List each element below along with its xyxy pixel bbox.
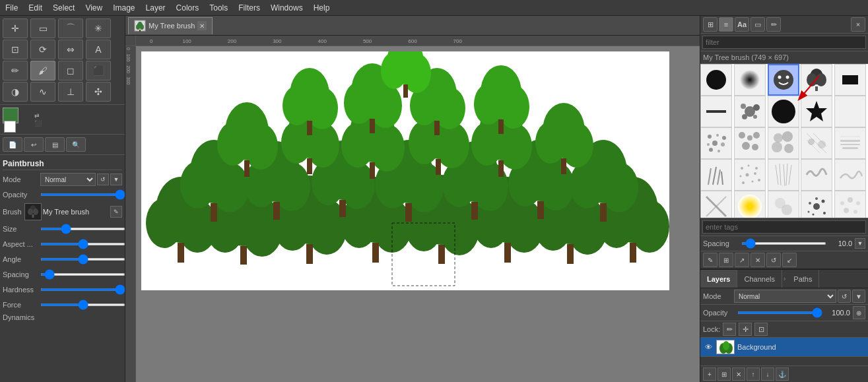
brush-cell-texture1[interactable]: [700, 127, 732, 159]
layers-lock-alpha-btn[interactable]: ⊡: [754, 323, 768, 336]
tool-move[interactable]: ✛: [3, 18, 28, 38]
menu-view[interactable]: View: [80, 2, 108, 14]
menu-help[interactable]: Help: [308, 2, 335, 14]
tool-measure[interactable]: ⊥: [58, 82, 83, 102]
brush-cell-circle-hard[interactable]: [700, 64, 732, 96]
undo-icon[interactable]: ↩: [24, 137, 44, 152]
brush-cell-texture7[interactable]: [834, 191, 866, 218]
layers-mode-reset-btn[interactable]: ↺: [838, 290, 851, 303]
tool-pencil[interactable]: ✏: [3, 61, 28, 80]
tool-text[interactable]: A: [86, 40, 111, 59]
mode-select[interactable]: Normal Multiply Screen: [40, 173, 96, 186]
tab-paths[interactable]: Paths: [787, 270, 819, 288]
brush-cell-splat[interactable]: [734, 96, 766, 127]
tool-rect-select[interactable]: ▭: [30, 18, 55, 38]
angle-slider[interactable]: [40, 258, 125, 261]
canvas-tab-close-btn[interactable]: ✕: [197, 21, 207, 30]
spacing-slider[interactable]: [40, 273, 125, 276]
brush-cell-line[interactable]: [700, 96, 732, 127]
brush-duplicate-btn[interactable]: ⊞: [719, 253, 733, 267]
brush-delete-btn[interactable]: ✕: [751, 253, 765, 267]
brush-cell-texture5[interactable]: [834, 127, 866, 159]
layers-mode-extra-btn[interactable]: ▼: [852, 290, 865, 303]
brush-refresh-btn[interactable]: ↺: [766, 253, 781, 267]
brush-cell-rectangle[interactable]: [834, 64, 866, 96]
canvas-tab[interactable]: My Tree brush ✕: [128, 17, 213, 34]
layers-lock-move-btn[interactable]: ✛: [739, 323, 752, 336]
tool-eraser[interactable]: ◻: [58, 61, 83, 80]
hardness-slider[interactable]: [40, 288, 125, 291]
force-slider[interactable]: [40, 303, 125, 306]
reset-colors-btn[interactable]: ⬛: [34, 120, 42, 127]
swap-colors-btn[interactable]: ⇄: [34, 112, 42, 119]
brush-cell-tree[interactable]: [801, 64, 832, 96]
menu-filters[interactable]: Filters: [233, 2, 265, 14]
layer-row-background[interactable]: 👁 Background: [700, 338, 868, 357]
brush-tags-input[interactable]: [702, 220, 866, 234]
menu-image[interactable]: Image: [108, 2, 140, 14]
brush-cell-texture6[interactable]: [768, 191, 799, 218]
tool-clone[interactable]: ✣: [86, 82, 111, 102]
mode-extra-btn[interactable]: ▼: [110, 174, 122, 185]
brush-cell-rough2[interactable]: [834, 159, 866, 191]
layers-icon[interactable]: ▤: [45, 137, 65, 152]
layer-anchor-btn[interactable]: ⚓: [776, 367, 789, 381]
menu-select[interactable]: Select: [48, 2, 80, 14]
brush-cell-smiley[interactable]: [768, 64, 799, 96]
tab-channels[interactable]: Channels: [737, 270, 782, 288]
brush-edit-action-btn[interactable]: ✎: [703, 253, 718, 267]
brush-cell-hair[interactable]: [768, 159, 799, 191]
opacity-slider[interactable]: [40, 193, 125, 196]
menu-colors[interactable]: Colors: [171, 2, 205, 14]
menu-windows[interactable]: Windows: [265, 2, 308, 14]
layer-down-btn[interactable]: ↓: [761, 367, 774, 381]
canvas-viewport[interactable]: [136, 46, 700, 382]
brush-import-btn[interactable]: ↙: [782, 253, 797, 267]
layers-lock-paint-btn[interactable]: ✏: [723, 323, 736, 336]
brush-filter-input[interactable]: [702, 36, 866, 49]
menu-edit[interactable]: Edit: [23, 2, 48, 14]
tab-layers[interactable]: Layers: [700, 270, 737, 288]
brush-cell-texture4[interactable]: [801, 127, 832, 159]
brush-palette-btn[interactable]: ▭: [751, 17, 765, 32]
brush-list-view-btn[interactable]: ≡: [719, 17, 733, 32]
tool-fuzzy-select[interactable]: ✳: [86, 18, 111, 38]
brush-spacing-slider[interactable]: [741, 242, 826, 245]
aspect-slider[interactable]: [40, 243, 125, 245]
brush-close-btn[interactable]: ×: [851, 17, 865, 32]
brush-cell-empty1[interactable]: [834, 96, 866, 127]
layer-up-btn[interactable]: ↑: [747, 367, 760, 381]
zoom-icon[interactable]: 🔍: [66, 137, 86, 152]
brush-grid-view-btn[interactable]: ⊞: [703, 17, 718, 32]
brush-cell-feather[interactable]: [734, 64, 766, 96]
menu-tools[interactable]: Tools: [204, 2, 233, 14]
size-slider[interactable]: [40, 228, 125, 230]
layer-new-btn[interactable]: +: [703, 367, 716, 381]
menu-layer[interactable]: Layer: [141, 2, 171, 14]
tool-bucket[interactable]: ⬛: [86, 61, 111, 80]
tool-lasso[interactable]: ⌒: [58, 18, 83, 38]
tool-paintbrush[interactable]: 🖌: [30, 61, 55, 80]
brush-pen-btn[interactable]: ✏: [766, 17, 781, 32]
brush-cell-splatter[interactable]: [801, 191, 832, 218]
layer-delete-btn[interactable]: ✕: [732, 367, 745, 381]
tool-flip[interactable]: ⇔: [58, 40, 83, 59]
layers-mode-select[interactable]: Normal Multiply Screen: [734, 290, 836, 303]
layer-visibility-eye[interactable]: 👁: [703, 342, 714, 352]
mode-reset-btn[interactable]: ↺: [97, 174, 109, 185]
tool-dodge[interactable]: ◑: [3, 82, 28, 102]
brush-cell-texture2[interactable]: [734, 127, 766, 159]
layers-opacity-slider[interactable]: [737, 311, 822, 314]
tool-smudge[interactable]: ∿: [30, 82, 55, 102]
brush-edit-btn[interactable]: ✎: [110, 206, 122, 218]
brush-cell-glow[interactable]: [734, 191, 766, 218]
layer-duplicate-btn[interactable]: ⊞: [718, 367, 731, 381]
tool-transform[interactable]: ⟳: [30, 40, 55, 59]
background-color[interactable]: [4, 121, 16, 133]
brush-cell-rough1[interactable]: [801, 159, 832, 191]
brush-cell-texture3[interactable]: [768, 127, 799, 159]
tool-crop[interactable]: ⊡: [3, 40, 28, 59]
layers-opacity-link-btn[interactable]: ⊕: [853, 306, 865, 319]
brush-export-btn[interactable]: ↗: [735, 253, 749, 267]
brush-cell-lines[interactable]: [700, 191, 732, 218]
